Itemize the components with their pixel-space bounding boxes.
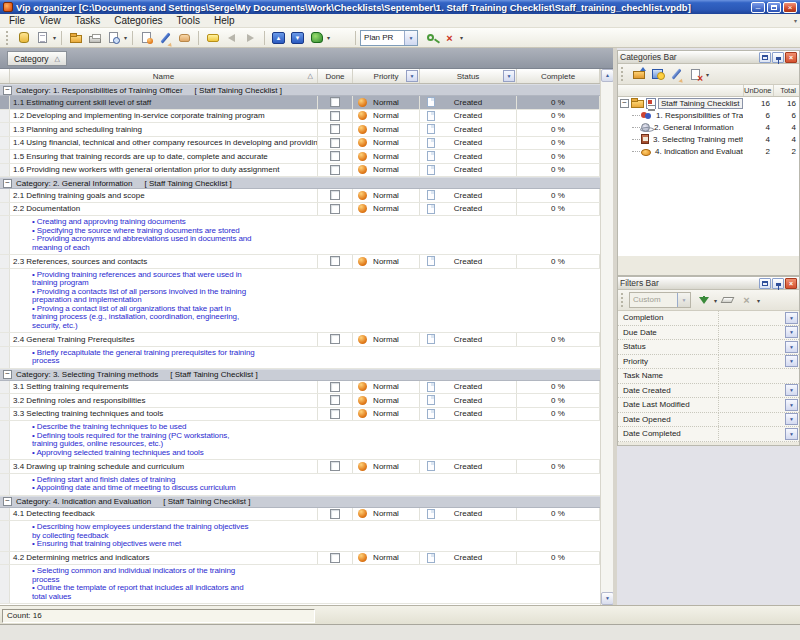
- tree-item[interactable]: 4. Indication and Evaluation22: [618, 145, 799, 157]
- task-row[interactable]: 2.4 General Training PrerequisitesNormal…: [0, 333, 613, 347]
- filter-dropdown-icon[interactable]: ▼: [785, 326, 798, 338]
- task-name-cell[interactable]: 1.1 Estimating current skill level of st…: [10, 96, 318, 109]
- task-status-cell[interactable]: Created: [420, 137, 517, 150]
- task-done-cell[interactable]: [318, 164, 353, 177]
- task-name-cell[interactable]: 2.2 Documentation: [10, 203, 318, 216]
- task-priority-cell[interactable]: Normal: [353, 408, 420, 421]
- task-row[interactable]: 4.1 Detecting feedbackNormalCreated0 %: [0, 508, 613, 522]
- task-done-cell[interactable]: [318, 150, 353, 163]
- task-priority-cell[interactable]: Normal: [353, 508, 420, 521]
- new-task-icon[interactable]: [138, 30, 155, 46]
- task-row[interactable]: 2.1 Defining training goals and scopeNor…: [0, 189, 613, 203]
- open-folder-icon[interactable]: [67, 30, 84, 46]
- task-priority-cell[interactable]: Normal: [353, 255, 420, 268]
- done-checkbox[interactable]: [330, 124, 340, 134]
- task-priority-cell[interactable]: Normal: [353, 96, 420, 109]
- task-done-cell[interactable]: [318, 460, 353, 473]
- task-status-cell[interactable]: Created: [420, 110, 517, 123]
- task-priority-cell[interactable]: Normal: [353, 552, 420, 565]
- task-done-cell[interactable]: [318, 203, 353, 216]
- task-priority-cell[interactable]: Normal: [353, 381, 420, 394]
- new-item-dropdown-icon[interactable]: ▾: [53, 34, 56, 41]
- menubar-overflow-icon[interactable]: ▾: [794, 17, 797, 24]
- menu-item-help[interactable]: Help: [207, 15, 242, 26]
- plan-combo-arrow-icon[interactable]: ▼: [404, 31, 417, 45]
- go-plan-icon[interactable]: [308, 30, 325, 46]
- task-done-cell[interactable]: [318, 408, 353, 421]
- done-checkbox[interactable]: [330, 256, 340, 266]
- filter-row-date-completed[interactable]: Date Completed▼: [618, 427, 799, 442]
- done-checkbox[interactable]: [330, 151, 340, 161]
- filter-dropdown-icon[interactable]: ▼: [785, 428, 798, 440]
- done-checkbox[interactable]: [330, 553, 340, 563]
- task-name-cell[interactable]: 3.3 Selecting training techniques and to…: [10, 408, 318, 421]
- task-row[interactable]: 1.6 Providing new workers with general o…: [0, 164, 613, 178]
- task-priority-cell[interactable]: Normal: [353, 203, 420, 216]
- category-group-row[interactable]: −Category: 4. Indication and Evaluation[…: [0, 496, 613, 508]
- task-priority-cell[interactable]: Normal: [353, 164, 420, 177]
- task-name-cell[interactable]: 2.3 References, sources and contacts: [10, 255, 318, 268]
- filter-dropdown-icon[interactable]: ▼: [785, 341, 798, 353]
- assign-task-icon[interactable]: [176, 30, 193, 46]
- priority-filter-arrow-icon[interactable]: ▼: [406, 70, 418, 82]
- task-status-cell[interactable]: Created: [420, 189, 517, 202]
- add-subcategory-icon[interactable]: [649, 66, 666, 82]
- menu-item-categories[interactable]: Categories: [107, 15, 169, 26]
- task-name-cell[interactable]: 1.3 Planning and scheduling training: [10, 123, 318, 136]
- redo-icon-disabled[interactable]: [242, 30, 259, 46]
- filter-row-due-date[interactable]: Due Date▼: [618, 326, 799, 341]
- collapse-expander-icon[interactable]: −: [3, 497, 12, 506]
- filter-preset-arrow-icon[interactable]: ▼: [677, 293, 690, 307]
- filter-row-date-opened[interactable]: Date Opened▼: [618, 413, 799, 428]
- tree-item[interactable]: 1. Responsibilities of Training C66: [618, 109, 799, 121]
- toolbar-grip[interactable]: [621, 67, 624, 81]
- filter-value-area[interactable]: [719, 369, 799, 383]
- filter-value-area[interactable]: [719, 427, 785, 441]
- done-checkbox[interactable]: [330, 409, 340, 419]
- category-group-row[interactable]: −Category: 2. General Information[ Staff…: [0, 177, 613, 189]
- task-done-cell[interactable]: [318, 123, 353, 136]
- filters-toolbar-overflow-icon[interactable]: ▾: [757, 297, 760, 304]
- task-priority-cell[interactable]: Normal: [353, 333, 420, 346]
- task-status-cell[interactable]: Created: [420, 203, 517, 216]
- edit-category-icon[interactable]: [668, 66, 685, 82]
- task-name-cell[interactable]: 1.6 Providing new workers with general o…: [10, 164, 318, 177]
- task-name-cell[interactable]: 3.2 Defining roles and responsibilities: [10, 394, 318, 407]
- task-row[interactable]: 3.3 Selecting training techniques and to…: [0, 408, 613, 422]
- edit-task-icon[interactable]: [157, 30, 174, 46]
- delete-filter-icon-disabled[interactable]: ×: [738, 292, 755, 308]
- filter-value-area[interactable]: [719, 311, 785, 325]
- task-priority-cell[interactable]: Normal: [353, 189, 420, 202]
- collapse-expander-icon[interactable]: −: [3, 179, 12, 188]
- comment-icon[interactable]: [204, 30, 221, 46]
- tree-item[interactable]: 2. General Information44: [618, 121, 799, 133]
- status-filter-arrow-icon[interactable]: ▼: [503, 70, 515, 82]
- filter-value-area[interactable]: [719, 413, 785, 427]
- toolbar-grip[interactable]: [621, 293, 624, 307]
- filters-maximize-button[interactable]: [759, 278, 771, 289]
- task-status-cell[interactable]: Created: [420, 508, 517, 521]
- menu-item-tools[interactable]: Tools: [170, 15, 207, 26]
- apply-plan-icon[interactable]: [422, 30, 439, 46]
- task-name-cell[interactable]: 2.1 Defining training goals and scope: [10, 189, 318, 202]
- task-status-cell[interactable]: Created: [420, 333, 517, 346]
- task-name-cell[interactable]: 1.5 Ensuring that training records are u…: [10, 150, 318, 163]
- total-column-header[interactable]: Total: [773, 85, 799, 96]
- print-icon[interactable]: [86, 30, 103, 46]
- task-row[interactable]: 2.3 References, sources and contactsNorm…: [0, 255, 613, 269]
- task-row[interactable]: 1.5 Ensuring that training records are u…: [0, 150, 613, 164]
- new-category-icon[interactable]: [630, 66, 647, 82]
- filters-pin-button[interactable]: [772, 278, 784, 289]
- print-preview-icon[interactable]: [105, 30, 122, 46]
- filter-row-date-created[interactable]: Date Created▼: [618, 384, 799, 399]
- task-done-cell[interactable]: [318, 508, 353, 521]
- tree-item[interactable]: −Staff Taining Checklist1616: [618, 97, 799, 109]
- task-status-cell[interactable]: Created: [420, 381, 517, 394]
- delete-plan-icon[interactable]: ×: [441, 30, 458, 46]
- task-status-cell[interactable]: Created: [420, 408, 517, 421]
- filter-value-area[interactable]: [719, 398, 785, 412]
- toolbar-overflow-icon[interactable]: ▾: [460, 34, 463, 41]
- task-row[interactable]: 3.2 Defining roles and responsibilitiesN…: [0, 394, 613, 408]
- filter-row-date-last-modified[interactable]: Date Last Modified▼: [618, 398, 799, 413]
- apply-filter-dropdown-icon[interactable]: ▾: [714, 297, 717, 304]
